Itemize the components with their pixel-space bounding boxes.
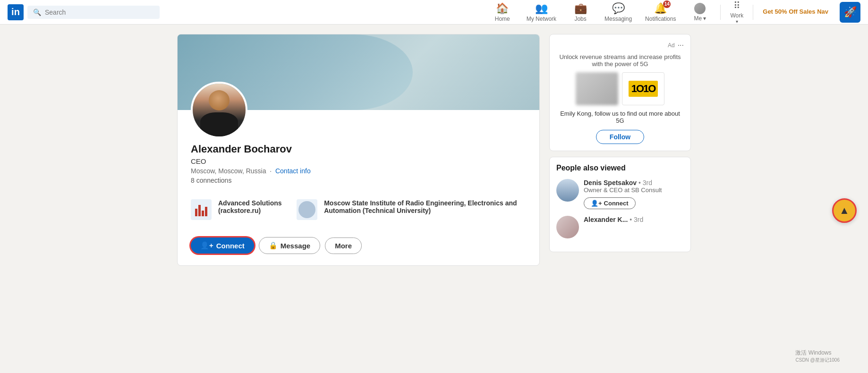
person-role-1: Owner & CEO at SB Consult (584, 186, 684, 194)
profile-title: CEO (191, 157, 526, 165)
exp-company-1: Advanced Solutions (rackstore.ru) (218, 199, 285, 214)
nav-items: 🏠 Home 👥 My Network 💼 Jobs 💬 Messaging 🔔… (486, 0, 860, 26)
exp-company-2: Moscow State Institute of Radio Engineer… (324, 199, 526, 214)
ad-header: Ad ··· (556, 41, 684, 50)
connect-person-icon: 👤+ (200, 241, 213, 250)
connect-button[interactable]: 👤+ Connect (191, 237, 254, 254)
nav-home-label: Home (495, 16, 510, 22)
ad-logo-text: 1O1O (629, 81, 658, 97)
nav-notifications[interactable]: 🔔 14 Notifications (639, 0, 681, 24)
people-also-viewed-card: People also viewed Denis Spetsakov • 3rd… (549, 157, 691, 252)
notifications-icon: 🔔 14 (654, 2, 667, 15)
profile-location: Moscow, Moscow, Russia · Contact info (191, 167, 526, 175)
ad-more-dots[interactable]: ··· (678, 41, 684, 50)
nav-messaging[interactable]: 💬 Messaging (599, 0, 638, 24)
message-button[interactable]: 🔒 Message (259, 237, 320, 254)
exp-text-2: Moscow State Institute of Radio Engineer… (324, 199, 526, 214)
notifications-badge: 14 (663, 0, 671, 8)
bars-logo (195, 203, 207, 216)
person-name-1: Denis Spetsakov • 3rd (584, 179, 684, 186)
avatar-body (200, 112, 238, 136)
ad-description: Emily Kong, follow us to find out more a… (556, 110, 684, 124)
jobs-icon: 💼 (574, 2, 587, 15)
ad-text: Unlock revenue streams and increase prof… (556, 53, 684, 68)
message-label: Message (281, 242, 310, 250)
avatar-head (209, 90, 230, 110)
follow-button[interactable]: Follow (596, 130, 644, 144)
search-bar[interactable]: 🔍 (27, 6, 160, 19)
person-info-2: Alexander K... • 3rd (584, 216, 684, 223)
navbar: in 🔍 🏠 Home 👥 My Network 💼 Jobs 💬 Messag… (0, 0, 868, 25)
profile-banner (178, 34, 539, 110)
exp-text-1: Advanced Solutions (rackstore.ru) (218, 199, 285, 214)
nav-user-avatar (694, 3, 706, 14)
home-icon: 🏠 (496, 2, 509, 15)
profile-avatar-wrapper (191, 82, 247, 138)
nav-messaging-label: Messaging (604, 16, 632, 22)
search-icon: 🔍 (33, 8, 41, 16)
person-connect-label-1: Connect (604, 200, 629, 207)
profile-card: Alexander Bocharov CEO Moscow, Moscow, R… (177, 34, 540, 266)
profile-name: Alexander Bocharov (191, 143, 526, 155)
location-text: Moscow, Moscow, Russia (191, 167, 266, 175)
nav-home[interactable]: 🏠 Home (486, 0, 519, 24)
nav-divider-2 (753, 5, 753, 20)
nav-divider (720, 5, 721, 20)
nav-my-network[interactable]: 👥 My Network (521, 0, 562, 24)
ad-images: 1O1O (556, 72, 684, 105)
profile-actions: 👤+ Connect 🔒 Message More (178, 237, 539, 265)
person-connect-btn-1[interactable]: 👤+ Connect (584, 197, 636, 209)
nav-work-label: Work (730, 12, 743, 19)
exp-logo-2 (297, 199, 317, 220)
person-name-2: Alexander K... • 3rd (584, 216, 684, 223)
more-button[interactable]: More (325, 237, 362, 254)
ad-card: Ad ··· Unlock revenue streams and increa… (549, 34, 691, 151)
work-icon: ⠿ (733, 0, 740, 11)
right-sidebar: Ad ··· Unlock revenue streams and increa… (549, 34, 691, 266)
search-input[interactable] (45, 8, 154, 16)
nav-my-network-label: My Network (527, 16, 556, 22)
person-avatar-2 (556, 216, 579, 238)
experience-item-1: Advanced Solutions (rackstore.ru) (191, 199, 285, 220)
nav-jobs[interactable]: 💼 Jobs (564, 0, 597, 24)
nav-work[interactable]: ⠿ Work ▾ (724, 0, 749, 26)
profile-avatar (191, 82, 247, 138)
nav-avatar-item[interactable]: Me ▾ (683, 1, 716, 24)
profile-connections: 8 connections (191, 177, 526, 184)
chevron-up-icon: ▲ (839, 204, 850, 217)
rocket-icon: 🚀 (844, 6, 857, 18)
activate-windows-watermark: 激活 Windows CSDN @星游记1006 (795, 349, 840, 364)
circle-logo (298, 201, 315, 218)
ad-blurred-image (576, 72, 618, 105)
nav-me-label: Me ▾ (694, 15, 706, 22)
profile-experience-row: Advanced Solutions (rackstore.ru) Moscow… (178, 199, 539, 237)
person-avatar-1 (556, 179, 579, 202)
person-info-1: Denis Spetsakov • 3rd Owner & CEO at SB … (584, 179, 684, 209)
more-label: More (335, 242, 352, 250)
person-degree-1: • 3rd (638, 179, 652, 186)
nav-notifications-label: Notifications (645, 16, 676, 22)
my-network-icon: 👥 (535, 2, 548, 15)
person-connect-icon-1: 👤+ (591, 200, 602, 207)
person-degree-2: • 3rd (630, 216, 643, 223)
people-also-viewed-title: People also viewed (556, 164, 684, 172)
sales-nav-label: Get 50% Off Sales Nav (763, 8, 828, 16)
messaging-icon: 💬 (612, 2, 625, 15)
nav-jobs-label: Jobs (574, 16, 586, 22)
connect-label: Connect (216, 242, 245, 250)
contact-info-link[interactable]: Contact info (275, 167, 311, 175)
experience-item-2: Moscow State Institute of Radio Engineer… (297, 199, 526, 220)
sales-nav-rocket-btn[interactable]: 🚀 (840, 2, 860, 23)
ad-label: Ad (668, 42, 675, 49)
nav-sales-nav[interactable]: Get 50% Off Sales Nav (757, 6, 834, 18)
exp-logo-1 (191, 199, 212, 220)
main-layout: Alexander Bocharov CEO Moscow, Moscow, R… (170, 25, 698, 275)
linkedin-logo[interactable]: in (8, 4, 24, 20)
person-item-1: Denis Spetsakov • 3rd Owner & CEO at SB … (556, 179, 684, 209)
ad-logo-image: 1O1O (622, 72, 664, 105)
person-item-2: Alexander K... • 3rd (556, 216, 684, 238)
lock-icon: 🔒 (269, 241, 278, 250)
scroll-to-top-button[interactable]: ▲ (832, 198, 857, 223)
